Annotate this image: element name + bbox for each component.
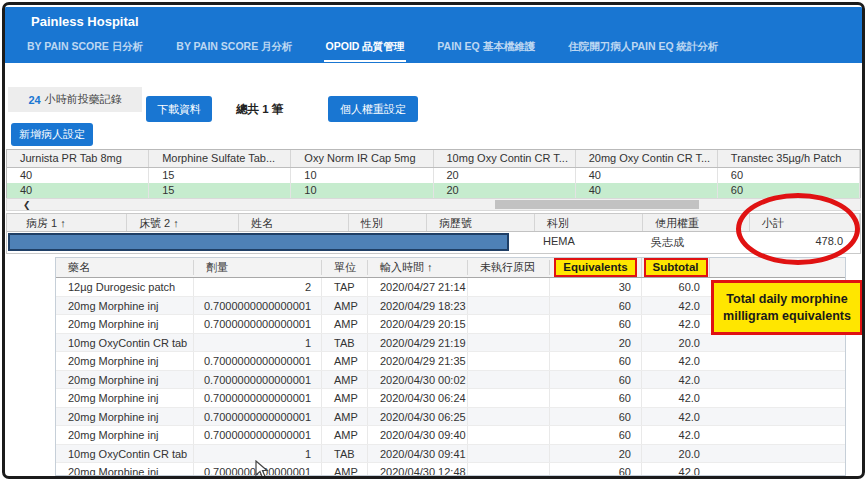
app-header: Painless Hospital BY PAIN SCORE 日分析 BY P…: [5, 7, 862, 63]
tab-pain-score-daily[interactable]: BY PAIN SCORE 日分析: [25, 38, 145, 60]
equivalents-highlight: Equivalents: [554, 258, 637, 277]
cell: 60: [550, 389, 642, 407]
drug-weights-body: 401510204060401510204060: [7, 168, 860, 198]
cell: 40: [576, 168, 718, 183]
cell: 2020/04/29 21:19: [368, 334, 468, 352]
column-header[interactable]: 10mg Oxy Contin CR T...: [434, 150, 576, 167]
tab-bar: BY PAIN SCORE 日分析 BY PAIN SCORE 月分析 OPOI…: [25, 38, 720, 62]
column-header-dept[interactable]: 科別: [535, 214, 643, 231]
cell: 20mg Morphine inj: [56, 426, 194, 444]
cell: 10mg OxyContin CR tab: [56, 445, 194, 463]
cell: 60: [550, 352, 642, 370]
cell: 42.0: [642, 389, 710, 407]
column-header[interactable]: Oxy Norm IR Cap 5mg: [291, 150, 433, 167]
column-header-entry-time[interactable]: 輸入時間 ↑: [368, 260, 468, 275]
add-patient-button[interactable]: 新增病人設定: [11, 123, 93, 146]
cell: 20: [550, 334, 642, 352]
cell: 60: [550, 463, 642, 476]
cell: 2020/04/30 00:02: [368, 371, 468, 389]
column-header[interactable]: Transtec 35µg/h Patch: [718, 150, 860, 167]
cell: 2020/04/30 12:48: [368, 463, 468, 476]
cell: 60: [550, 315, 642, 333]
download-data-button[interactable]: 下載資料: [146, 96, 212, 122]
cell: [468, 408, 550, 426]
tab-pain-eq-master[interactable]: PAIN EQ 基本檔維護: [435, 38, 537, 60]
app-window: Painless Hospital BY PAIN SCORE 日分析 BY P…: [2, 2, 865, 479]
cell: 42.0: [642, 408, 710, 426]
table-row[interactable]: 10mg OxyContin CR tab1TAB2020/04/29 21:1…: [56, 334, 845, 353]
cell: 42.0: [642, 426, 710, 444]
cell: [468, 315, 550, 333]
column-header-unit[interactable]: 單位: [322, 260, 368, 275]
table-row[interactable]: 20mg Morphine inj0.7000000000000001AMP20…: [56, 389, 845, 408]
column-header-drug[interactable]: 藥名: [56, 260, 194, 275]
cell: 0.7000000000000001: [194, 315, 322, 333]
column-header-bed[interactable]: 床號 2 ↑: [127, 214, 239, 231]
cell: [468, 371, 550, 389]
column-header-weight-user[interactable]: 使用權重: [643, 214, 750, 231]
cell: 20mg Morphine inj: [56, 371, 194, 389]
table-row[interactable]: 401510204060: [7, 168, 860, 183]
patient-row[interactable]: HEMA 吳志成 478.0: [7, 232, 860, 253]
column-header-subtotal[interactable]: Subtotal: [642, 258, 710, 277]
column-header[interactable]: Jurnista PR Tab 8mg: [7, 150, 149, 167]
cell: 2020/04/30 06:24: [368, 389, 468, 407]
column-header-name[interactable]: 姓名: [239, 214, 349, 231]
redacted-patient-info-bar[interactable]: [8, 233, 509, 251]
tab-pain-score-monthly[interactable]: BY PAIN SCORE 月分析: [174, 38, 294, 60]
cell: [468, 352, 550, 370]
cell: 15: [149, 168, 291, 183]
scrollbar-thumb[interactable]: [495, 200, 699, 209]
cell: 0.7000000000000001: [194, 297, 322, 315]
column-header-sex[interactable]: 性別: [349, 214, 427, 231]
cell: 60: [550, 371, 642, 389]
cell: 60: [550, 426, 642, 444]
cell: 20: [550, 445, 642, 463]
drug-weights-header: Jurnista PR Tab 8mg Morphine Sulfate Tab…: [7, 150, 860, 168]
screenshot-stage: Painless Hospital BY PAIN SCORE 日分析 BY P…: [0, 0, 867, 481]
cell: 10mg OxyContin CR tab: [56, 334, 194, 352]
table-row[interactable]: 20mg Morphine inj0.7000000000000001AMP20…: [56, 426, 845, 445]
cell: 12µg Durogesic patch: [56, 278, 194, 296]
column-header-not-executed-reason[interactable]: 未執行原因: [468, 260, 550, 275]
table-row[interactable]: 20mg Morphine inj0.7000000000000001AMP20…: [56, 371, 845, 390]
column-header-subtotal[interactable]: 小計: [750, 214, 860, 231]
cell: AMP: [322, 371, 368, 389]
cell: AMP: [322, 408, 368, 426]
cell: 20mg Morphine inj: [56, 463, 194, 476]
cell: 40: [7, 168, 149, 183]
column-header-equivalents[interactable]: Equivalents: [550, 258, 642, 277]
cell: 60.0: [642, 278, 710, 296]
table-row[interactable]: 20mg Morphine inj0.7000000000000001AMP20…: [56, 408, 845, 427]
cell: [468, 278, 550, 296]
tab-pain-eq-stats[interactable]: 住院開刀病人PAIN EQ 統計分析: [566, 38, 720, 60]
cell: 60: [718, 168, 860, 183]
cell: 2020/04/29 21:35: [368, 352, 468, 370]
cell: 20mg Morphine inj: [56, 352, 194, 370]
tab-opoid-quality[interactable]: OPOID 品質管理: [324, 38, 407, 62]
cell: AMP: [322, 426, 368, 444]
cell: 60: [550, 408, 642, 426]
personal-weight-button[interactable]: 個人權重設定: [328, 96, 418, 122]
column-header-chart-no[interactable]: 病歷號: [427, 214, 535, 231]
column-header[interactable]: Morphine Sulfate Tab...: [149, 150, 291, 167]
cell: 20mg Morphine inj: [56, 297, 194, 315]
cell: 2020/04/29 18:23: [368, 297, 468, 315]
cell: AMP: [322, 315, 368, 333]
cell: 42.0: [642, 371, 710, 389]
cell: 2020/04/27 21:14: [368, 278, 468, 296]
cell: 2020/04/30 06:25: [368, 408, 468, 426]
cell: 0.7000000000000001: [194, 426, 322, 444]
column-header[interactable]: 20mg Oxy Contin CR T...: [576, 150, 718, 167]
cell: 1: [194, 445, 322, 463]
table-row[interactable]: 401510204060: [7, 183, 860, 198]
cell-dept: HEMA: [535, 232, 643, 253]
column-header-ward[interactable]: 病房 1 ↑: [7, 214, 127, 231]
table-row[interactable]: 20mg Morphine inj0.7000000000000001AMP20…: [56, 352, 845, 371]
horizontal-scrollbar[interactable]: ❮: [6, 198, 861, 211]
scroll-left-icon[interactable]: ❮: [23, 199, 31, 211]
cell: [468, 334, 550, 352]
column-header-dose[interactable]: 劑量: [194, 260, 322, 275]
table-row[interactable]: 10mg OxyContin CR tab1TAB2020/04/30 09:4…: [56, 445, 845, 464]
table-row[interactable]: 20mg Morphine inj0.7000000000000001AMP20…: [56, 463, 845, 476]
